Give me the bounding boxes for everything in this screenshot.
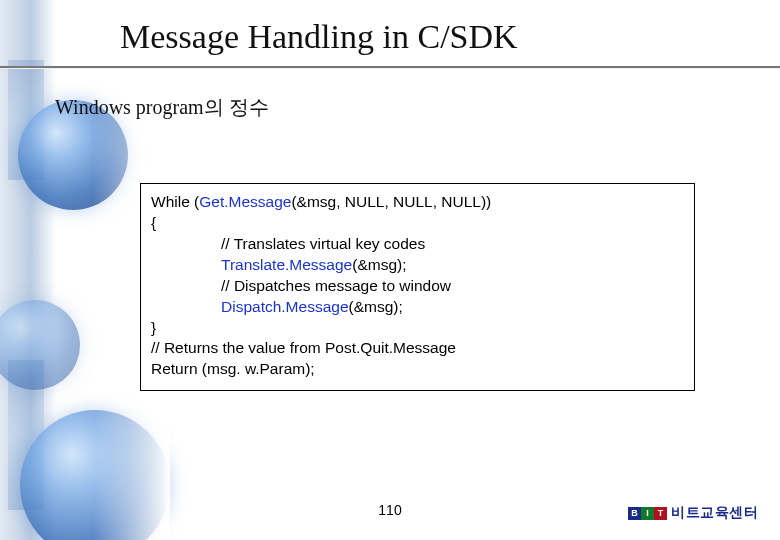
code-snippet-box: While (Get.Message(&msg, NULL, NULL, NUL… [140,183,695,391]
brand-logo-b: B [628,507,641,520]
code-text: (&msg); [349,298,403,315]
code-line: } [151,318,684,339]
code-line: { [151,213,684,234]
code-line: While (Get.Message(&msg, NULL, NULL, NUL… [151,192,684,213]
slide-title: Message Handling in C/SDK [120,18,518,56]
slide-subtitle: Windows program의 정수 [55,94,269,121]
code-keyword: Dispatch.Message [221,298,349,315]
brand-logo-icon: B I T [628,507,667,520]
code-keyword: Translate.Message [221,256,352,273]
background-decoration [0,0,130,540]
code-text: While ( [151,193,199,210]
brand-logo-t: T [654,507,667,520]
code-text: (&msg); [352,256,406,273]
code-line: Return (msg. w.Param); [151,359,684,380]
code-keyword: Get.Message [199,193,291,210]
code-line: // Translates virtual key codes [151,234,684,255]
code-line: Translate.Message(&msg); [151,255,684,276]
title-underline [0,66,780,68]
code-text: (&msg, NULL, NULL, NULL)) [291,193,491,210]
code-line: Dispatch.Message(&msg); [151,297,684,318]
brand-logo-i: I [641,507,654,520]
brand-text: 비트교육센터 [671,504,758,522]
code-line: // Dispatches message to window [151,276,684,297]
code-line: // Returns the value from Post.Quit.Mess… [151,338,684,359]
brand-footer: B I T 비트교육센터 [628,504,758,522]
